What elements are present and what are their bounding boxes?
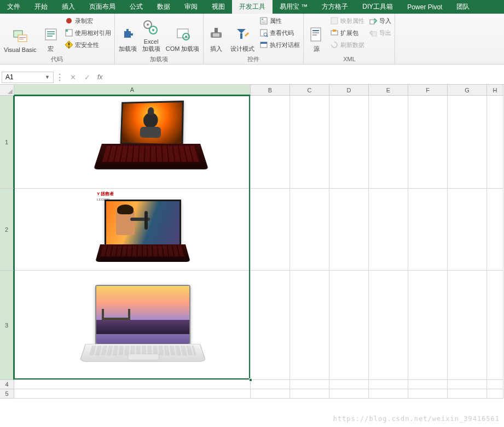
tab-home[interactable]: 开始 xyxy=(27,0,55,14)
relative-ref-button[interactable]: 使用相对引用 xyxy=(62,27,113,39)
cell-C5[interactable] xyxy=(290,389,329,399)
col-header-E[interactable]: E xyxy=(369,85,408,96)
row-header-1[interactable]: 1 xyxy=(0,96,14,189)
embedded-image-1[interactable] xyxy=(96,101,206,183)
cell-F5[interactable] xyxy=(408,389,448,399)
cell-F1[interactable] xyxy=(408,96,448,189)
col-header-G[interactable]: G xyxy=(448,85,487,96)
expansion-button[interactable]: 扩展包 xyxy=(328,27,367,39)
row-headers: 12345 xyxy=(0,96,14,399)
xml-source-button[interactable]: 源 xyxy=(305,15,328,54)
cell-G2[interactable] xyxy=(448,189,487,271)
run-dialog-button[interactable]: 执行对话框 xyxy=(257,39,302,51)
tab-data[interactable]: 数据 xyxy=(150,0,177,14)
cell-E4[interactable] xyxy=(369,380,408,389)
col-header-C[interactable]: C xyxy=(290,85,329,96)
cell-H2[interactable] xyxy=(487,189,503,271)
cell-H3[interactable] xyxy=(487,271,503,380)
design-mode-button[interactable]: 设计模式 xyxy=(228,15,257,54)
tab-insert[interactable]: 插入 xyxy=(55,0,82,14)
col-header-H[interactable]: H xyxy=(487,85,503,96)
cell-D4[interactable] xyxy=(329,380,369,389)
com-addins-button[interactable]: COM 加载项 xyxy=(163,15,202,54)
cell-F2[interactable] xyxy=(408,189,448,271)
cell-B1[interactable] xyxy=(251,96,290,189)
visual-basic-button[interactable]: Visual Basic xyxy=(1,15,39,54)
cell-G4[interactable] xyxy=(448,380,487,389)
cells-area[interactable]: Y 拯救者LEGION xyxy=(14,96,503,399)
cell-C3[interactable] xyxy=(290,271,329,380)
tab-file[interactable]: 文件 xyxy=(0,0,27,14)
tab-diy[interactable]: DIY工具箱 xyxy=(355,0,400,14)
cell-C4[interactable] xyxy=(290,380,329,389)
import-button[interactable]: 导入 xyxy=(367,15,393,27)
tab-developer[interactable]: 开发工具 xyxy=(232,0,273,14)
map-props-button[interactable]: 映射属性 xyxy=(328,15,367,27)
col-header-F[interactable]: F xyxy=(408,85,448,96)
cell-E3[interactable] xyxy=(369,271,408,380)
cell-E5[interactable] xyxy=(369,389,408,399)
cell-D5[interactable] xyxy=(329,389,369,399)
row-header-4[interactable]: 4 xyxy=(0,380,14,389)
row-header-3[interactable]: 3 xyxy=(0,271,14,380)
group-addins: 加载项 Excel 加载项 COM 加载项 加载项 xyxy=(115,14,204,64)
cell-D3[interactable] xyxy=(329,271,369,380)
row-header-2[interactable]: 2 xyxy=(0,189,14,271)
record-icon xyxy=(65,16,73,25)
row-header-5[interactable]: 5 xyxy=(0,389,14,399)
cancel-formula-button[interactable]: ✕ xyxy=(66,72,80,83)
cell-G5[interactable] xyxy=(448,389,487,399)
tab-review[interactable]: 审阅 xyxy=(177,0,205,14)
excel-addins-button[interactable]: Excel 加载项 xyxy=(140,15,163,54)
tab-yyb[interactable]: 易用宝 ™ xyxy=(273,0,315,14)
cell-E2[interactable] xyxy=(369,189,408,271)
col-header-B[interactable]: B xyxy=(251,85,290,96)
cell-D1[interactable] xyxy=(329,96,369,189)
refresh-data-button[interactable]: 刷新数据 xyxy=(328,39,367,51)
enter-formula-button[interactable]: ✓ xyxy=(80,72,94,83)
cell-C2[interactable] xyxy=(290,189,329,271)
cell-F4[interactable] xyxy=(408,380,448,389)
properties-button[interactable]: 属性 xyxy=(257,15,302,27)
namebox-dropdown-icon[interactable]: ▼ xyxy=(45,74,50,80)
cell-B5[interactable] xyxy=(251,389,290,399)
tab-pagelayout[interactable]: 页面布局 xyxy=(82,0,123,14)
cell-B3[interactable] xyxy=(251,271,290,380)
cell-C1[interactable] xyxy=(290,96,329,189)
group-code-label: 代码 xyxy=(1,54,113,65)
fill-handle[interactable] xyxy=(249,378,252,382)
cell-D2[interactable] xyxy=(329,189,369,271)
embedded-image-2[interactable]: Y 拯救者LEGION xyxy=(94,190,192,269)
cell-B4[interactable] xyxy=(251,380,290,389)
name-box[interactable]: A1▼ xyxy=(2,72,54,83)
cell-A5[interactable] xyxy=(14,389,251,399)
formula-input[interactable] xyxy=(106,72,504,83)
cell-H4[interactable] xyxy=(487,380,503,389)
cell-G3[interactable] xyxy=(448,271,487,380)
record-macro-button[interactable]: 录制宏 xyxy=(62,15,113,27)
insert-control-button[interactable]: 插入 xyxy=(205,15,228,54)
cell-F3[interactable] xyxy=(408,271,448,380)
svg-rect-41 xyxy=(331,17,338,24)
tab-ffgz[interactable]: 方方格子 xyxy=(315,0,355,14)
cell-H5[interactable] xyxy=(487,389,503,399)
select-all-button[interactable] xyxy=(0,85,14,96)
view-code-button[interactable]: 查看代码 xyxy=(257,27,302,39)
tab-view[interactable]: 视图 xyxy=(205,0,232,14)
cell-G1[interactable] xyxy=(448,96,487,189)
export-button[interactable]: 导出 xyxy=(367,27,393,39)
tab-formulas[interactable]: 公式 xyxy=(123,0,150,14)
fx-icon[interactable]: fx xyxy=(94,73,106,81)
macros-button[interactable]: 宏 xyxy=(39,15,62,54)
macro-security-button[interactable]: 宏安全性 xyxy=(62,39,113,51)
cell-H1[interactable] xyxy=(487,96,503,189)
embedded-image-3[interactable] xyxy=(80,282,206,377)
col-header-D[interactable]: D xyxy=(329,85,369,96)
cell-A4[interactable] xyxy=(14,380,251,389)
cell-E1[interactable] xyxy=(369,96,408,189)
cell-B2[interactable] xyxy=(251,189,290,271)
addins-button[interactable]: 加载项 xyxy=(116,15,140,54)
tab-team[interactable]: 团队 xyxy=(449,0,477,14)
col-header-A[interactable]: A xyxy=(14,85,251,96)
tab-powerpivot[interactable]: Power Pivot xyxy=(400,0,449,14)
